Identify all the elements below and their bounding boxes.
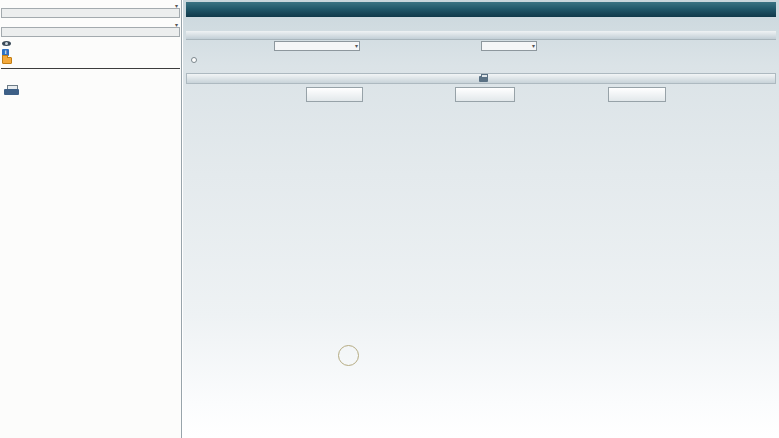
week-back-button[interactable] bbox=[306, 87, 363, 102]
context-select-wrap bbox=[1, 1, 180, 19]
zeit-sperren-row bbox=[191, 57, 200, 63]
sidebar: i bbox=[0, 0, 182, 438]
folder-icon bbox=[2, 57, 12, 64]
zeit-sperren-radio[interactable] bbox=[191, 57, 197, 63]
print-week-icon[interactable] bbox=[479, 76, 488, 82]
today-button[interactable] bbox=[455, 87, 515, 102]
footer bbox=[338, 344, 366, 366]
page-title bbox=[186, 2, 776, 17]
current-user-row bbox=[0, 39, 181, 48]
printer-icon[interactable] bbox=[4, 85, 19, 96]
eye-icon bbox=[2, 41, 11, 46]
filter-form bbox=[183, 41, 779, 54]
patient-filter-select-wrap bbox=[1, 20, 180, 38]
anzeige-section-header bbox=[186, 31, 776, 40]
patiententermine-select[interactable] bbox=[481, 41, 537, 51]
patient-count-row: i bbox=[0, 48, 181, 57]
sidebar-divider bbox=[1, 68, 180, 69]
patient-filter-select[interactable] bbox=[1, 27, 180, 37]
terminplatz-select[interactable] bbox=[274, 41, 360, 51]
main-area bbox=[183, 0, 779, 438]
week-range-bar bbox=[186, 73, 776, 84]
sidebar-folder-op[interactable] bbox=[0, 57, 181, 66]
app-window: i bbox=[0, 0, 779, 438]
week-forward-button[interactable] bbox=[608, 87, 666, 102]
amc-logo bbox=[338, 345, 359, 366]
context-select[interactable] bbox=[1, 8, 180, 18]
